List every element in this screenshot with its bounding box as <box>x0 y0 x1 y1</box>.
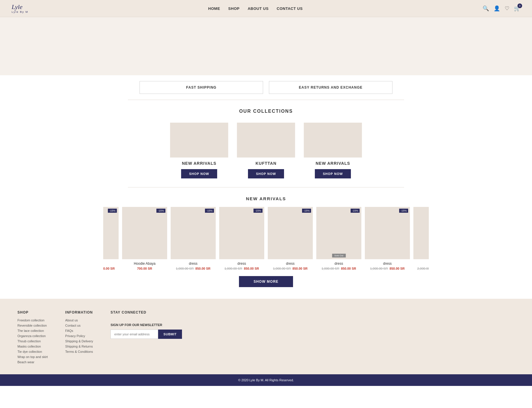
copyright-text: © 2020 Lyle By M. All Rights Reserved. <box>238 378 294 382</box>
footer-info-link-3[interactable]: Privacy Policy <box>65 334 93 338</box>
badge-discount-0: -15% <box>108 209 117 213</box>
header-icons: 🔍 👤 ♡ 🛒 0 <box>483 5 520 12</box>
footer-info-link-0[interactable]: About us <box>65 318 93 322</box>
products-row: -15%Sold Outkufttan2,000.00 SR1,700.00 S… <box>103 207 429 270</box>
price-new-4: 850.00 SR <box>292 267 308 270</box>
newsletter-label: SIGN UP FOR OUR NEWSLETTER <box>110 323 182 327</box>
product-card-6: -15%dress1,000.00 SR850.00 SR <box>365 207 410 270</box>
new-arrivals-title: NEW ARRIVALS <box>103 196 429 201</box>
product-prices-3: 1,000.00 SR850.00 SR <box>219 267 264 270</box>
footer-info-link-2[interactable]: FAQs <box>65 329 93 332</box>
product-image-4[interactable]: -15% <box>268 207 313 259</box>
newsletter-submit[interactable]: SUBMIT <box>158 330 182 339</box>
footer-shop-link-8[interactable]: Beach wear <box>17 360 48 364</box>
collection-image-0 <box>170 123 228 158</box>
footer-shop-link-5[interactable]: Masks collection <box>17 345 48 348</box>
price-old-6: 1,000.00 SR <box>370 267 388 270</box>
product-image-1[interactable]: -15% <box>122 207 167 259</box>
footer-shop-link-3[interactable]: Organnza collection <box>17 334 48 338</box>
product-prices-6: 1,000.00 SR850.00 SR <box>365 267 410 270</box>
product-image-3[interactable]: -15% <box>219 207 264 259</box>
price-new-1: 700.00 SR <box>137 267 152 270</box>
product-card-3: -15%dress1,000.00 SR850.00 SR <box>219 207 264 270</box>
footer-columns: SHOP Freedom collection Reversible colle… <box>17 310 515 366</box>
product-image-0[interactable]: -15%Sold Out <box>103 207 119 259</box>
product-name-0: kufttan <box>103 262 119 266</box>
price-new-6: 850.00 SR <box>390 267 405 270</box>
cart-button[interactable]: 🛒 0 <box>514 5 520 12</box>
price-old-2: 1,000.00 SR <box>176 267 194 270</box>
footer-copyright: © 2020 Lyle By M. All Rights Reserved. <box>0 374 532 386</box>
nav-shop[interactable]: SHOP <box>228 6 240 11</box>
footer: SHOP Freedom collection Reversible colle… <box>0 299 532 386</box>
product-name-5: dress <box>316 262 361 266</box>
badge-discount-5: -15% <box>351 209 360 213</box>
product-prices-7: 2,000.00 SR1,700.00 SR <box>413 267 429 270</box>
footer-info-link-5[interactable]: Shipping & Returns <box>65 345 93 348</box>
price-old-7: 2,000.00 SR <box>417 267 429 270</box>
show-more-button[interactable]: SHOW MORE <box>239 276 293 287</box>
logo[interactable]: Lyle Lyle By M <box>12 3 28 13</box>
main-nav: HOME SHOP ABOUT US CONTACT US <box>208 6 303 11</box>
footer-info-link-6[interactable]: Terms & Conditions <box>65 350 93 353</box>
product-image-6[interactable]: -15% <box>365 207 410 259</box>
collection-card-0: NEW ARRIVALS SHOP NOW <box>170 123 228 178</box>
price-old-4: 1,000.00 SR <box>273 267 291 270</box>
collection-cards: NEW ARRIVALS SHOP NOW KUFTTAN SHOP NOW N… <box>140 123 392 178</box>
new-arrivals-section: NEW ARRIVALS -15%Sold Outkufttan2,000.00… <box>92 190 440 299</box>
cart-count: 0 <box>517 3 522 8</box>
footer-shop-link-0[interactable]: Freedom collection <box>17 318 48 322</box>
shop-now-btn-1[interactable]: SHOP NOW <box>248 169 284 178</box>
price-new-3: 850.00 SR <box>244 267 259 270</box>
nav-home[interactable]: HOME <box>208 6 220 11</box>
logo-sub: Lyle By M <box>12 10 28 13</box>
product-name-3: dress <box>219 262 264 266</box>
logo-text: Lyle <box>12 3 28 10</box>
product-card-7: -15%kufttan2,000.00 SR1,700.00 SR <box>413 207 429 270</box>
footer-shop-link-4[interactable]: Thoub collection <box>17 339 48 343</box>
header: Lyle Lyle By M HOME SHOP ABOUT US CONTAC… <box>0 0 532 17</box>
price-old-3: 1,000.00 SR <box>224 267 242 270</box>
footer-info-link-4[interactable]: Shipping & Delivery <box>65 339 93 343</box>
shop-now-btn-0[interactable]: SHOP NOW <box>181 169 217 178</box>
product-prices-2: 1,000.00 SR850.00 SR <box>171 267 216 270</box>
product-card-4: -15%dress1,000.00 SR850.00 SR <box>268 207 313 270</box>
newsletter-input[interactable] <box>110 330 158 339</box>
nav-contact[interactable]: CONTACT US <box>277 6 303 11</box>
product-name-6: dress <box>365 262 410 266</box>
footer-stay-col: STAY CONNECTED SIGN UP FOR OUR NEWSLETTE… <box>110 310 182 366</box>
returns-banner: EASY RETURNS AND EXCHANGE <box>269 81 392 94</box>
badge-discount-1: -15% <box>156 209 165 213</box>
badge-discount-2: -15% <box>205 209 214 213</box>
badge-discount-6: -15% <box>399 209 408 213</box>
footer-shop-col: SHOP Freedom collection Reversible colle… <box>17 310 48 366</box>
footer-shop-link-1[interactable]: Reversible collection <box>17 324 48 327</box>
product-image-2[interactable]: -15% <box>171 207 216 259</box>
newsletter-section: SIGN UP FOR OUR NEWSLETTER SUBMIT <box>110 323 182 339</box>
collection-title-1: KUFTTAN <box>256 161 276 166</box>
account-icon[interactable]: 👤 <box>494 5 500 12</box>
badge-discount-3: -15% <box>253 209 263 213</box>
footer-shop-link-6[interactable]: Tie dye collection <box>17 350 48 353</box>
search-icon[interactable]: 🔍 <box>483 5 489 12</box>
product-prices-5: 1,000.00 SR850.00 SR <box>316 267 361 270</box>
collection-image-2 <box>304 123 362 158</box>
footer-info-link-1[interactable]: Contact us <box>65 324 93 327</box>
badge-soldout-5: Sold Out <box>332 254 346 257</box>
badge-discount-4: -15% <box>302 209 311 213</box>
product-name-7: kufttan <box>413 262 429 266</box>
shop-now-btn-2[interactable]: SHOP NOW <box>315 169 351 178</box>
footer-shop-link-7[interactable]: Wrap on top and skirt <box>17 355 48 359</box>
newsletter-form: SUBMIT <box>110 330 182 339</box>
product-prices-1: 700.00 SR <box>122 267 167 270</box>
product-image-7[interactable]: -15% <box>413 207 429 259</box>
footer-shop-link-2[interactable]: The lace collection <box>17 329 48 332</box>
collections-title: OUR COLLECTIONS <box>140 109 392 114</box>
price-new-0: 1,700.00 SR <box>103 267 115 270</box>
price-new-5: 850.00 SR <box>341 267 356 270</box>
nav-about[interactable]: ABOUT US <box>248 6 269 11</box>
product-card-0: -15%Sold Outkufttan2,000.00 SR1,700.00 S… <box>103 207 119 270</box>
collection-card-1: KUFTTAN SHOP NOW <box>237 123 295 178</box>
product-image-5[interactable]: -15%Sold Out <box>316 207 361 259</box>
wishlist-icon[interactable]: ♡ <box>505 5 509 12</box>
